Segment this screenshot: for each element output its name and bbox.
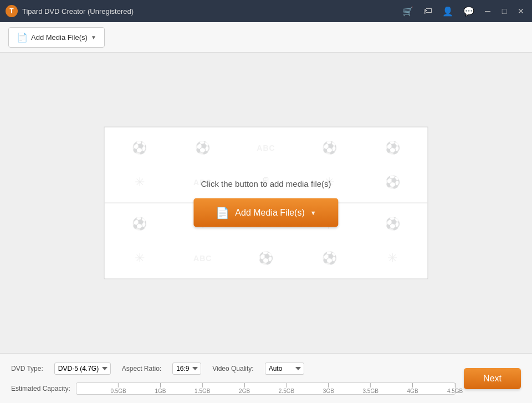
tick-line-2 (160, 383, 161, 387)
aspect-ratio-label: Aspect Ratio: (122, 365, 161, 373)
app-title: Tipard DVD Creator (Unregistered) (22, 7, 134, 16)
add-media-big-label: Add Media File(s) (235, 208, 304, 218)
tick-line-1 (118, 383, 119, 387)
tick-label-9: 4.5GB (447, 388, 463, 394)
tick-line-3 (202, 383, 203, 387)
add-media-toolbar-button[interactable]: 📄 Add Media File(s) ▼ (8, 27, 105, 48)
chat-icon[interactable]: 💬 (461, 5, 477, 18)
wm-icon-16: ✳ (387, 251, 397, 266)
minimize-button[interactable]: ─ (482, 6, 493, 17)
tick-label-2: 1GB (155, 388, 166, 394)
tick-label-1: 0.5GB (110, 388, 126, 394)
settings-row: DVD Type: DVD-5 (4.7G) DVD-9 (8.5G) Aspe… (11, 363, 456, 375)
estimated-capacity-label: Estimated Capacity: (11, 385, 70, 392)
wm-icon-12: ⚽ (385, 217, 400, 231)
video-quality-select[interactable]: Auto High Medium Low (265, 363, 304, 375)
tick-line-4 (244, 383, 245, 387)
main-content: ⚽ ⚽ ABC ⚽ ⚽ ✳ ABC 🎙 ✳ ⚽ ⚽ ✳ ABC 🎙 ⚽ ✳ AB… (0, 53, 532, 353)
title-bar-left: T Tipard DVD Creator (Unregistered) (6, 5, 134, 17)
tick-line-9 (455, 383, 456, 387)
tick-line-8 (412, 383, 413, 387)
wm-icon-1: ⚽ (132, 141, 147, 155)
wm-icon-13: ✳ (135, 251, 145, 266)
big-dropdown-arrow-icon: ▼ (310, 210, 316, 216)
add-file-icon: 📄 (17, 32, 28, 43)
maximize-button[interactable]: □ (499, 6, 510, 17)
add-media-main-button[interactable]: 📄 Add Media File(s) ▼ (193, 198, 338, 227)
dropdown-arrow-icon: ▼ (91, 34, 96, 40)
wm-icon-3: ⚽ (322, 141, 337, 155)
app-logo: T (6, 5, 18, 17)
wm-icon-5: ✳ (135, 175, 145, 190)
tick-line-5 (286, 383, 287, 387)
video-quality-label: Video Quality: (212, 365, 254, 373)
click-instruction: Click the button to add media file(s) (201, 179, 331, 188)
aspect-ratio-select[interactable]: 16:9 4:3 (172, 363, 201, 375)
wm-icon-8: ⚽ (385, 175, 400, 190)
tick-label-8: 4GB (407, 388, 418, 394)
wm-icon-9: ⚽ (132, 217, 147, 231)
tick-line-6 (328, 383, 329, 387)
bottom-left: DVD Type: DVD-5 (4.7G) DVD-9 (8.5G) Aspe… (11, 363, 456, 395)
toolbar: 📄 Add Media File(s) ▼ (0, 22, 532, 53)
wm-icon-15: ⚽ (322, 251, 337, 266)
bottom-controls: DVD Type: DVD-5 (4.7G) DVD-9 (8.5G) Aspe… (11, 363, 521, 395)
wm-text-4: ABC (193, 254, 212, 263)
next-button[interactable]: Next (464, 368, 521, 389)
wm-icon-4: ⚽ (385, 141, 400, 155)
title-bar-right: 🛒 🏷 👤 💬 ─ □ ✕ (400, 5, 526, 18)
tick-label-6: 3GB (323, 388, 334, 394)
wm-icon-14: ⚽ (258, 251, 273, 266)
tag-icon[interactable]: 🏷 (421, 5, 434, 17)
add-media-toolbar-label: Add Media File(s) (31, 33, 88, 42)
cart-icon[interactable]: 🛒 (400, 5, 416, 18)
capacity-bar: 0.5GB 1GB 1.5GB 2GB (76, 382, 456, 395)
tick-label-5: 2.5GB (279, 388, 294, 394)
close-button[interactable]: ✕ (515, 6, 526, 17)
dvd-type-label: DVD Type: (11, 365, 43, 373)
tick-label-4: 2GB (239, 388, 250, 394)
center-overlay: Click the button to add media file(s) 📄 … (193, 179, 338, 227)
tick-line-7 (370, 383, 371, 387)
title-bar: T Tipard DVD Creator (Unregistered) 🛒 🏷 … (0, 0, 532, 22)
bottom-bar: DVD Type: DVD-5 (4.7G) DVD-9 (8.5G) Aspe… (0, 353, 532, 403)
dvd-type-select[interactable]: DVD-5 (4.7G) DVD-9 (8.5G) (54, 363, 111, 375)
tick-label-7: 3.5GB (363, 388, 378, 394)
add-file-big-icon: 📄 (216, 206, 229, 220)
wm-text-1: ABC (257, 144, 275, 152)
person-icon[interactable]: 👤 (440, 5, 456, 18)
tick-label-3: 1.5GB (195, 388, 210, 394)
capacity-row: Estimated Capacity: 0.5GB 1GB 1.5GB (11, 382, 456, 395)
wm-icon-2: ⚽ (195, 141, 210, 155)
